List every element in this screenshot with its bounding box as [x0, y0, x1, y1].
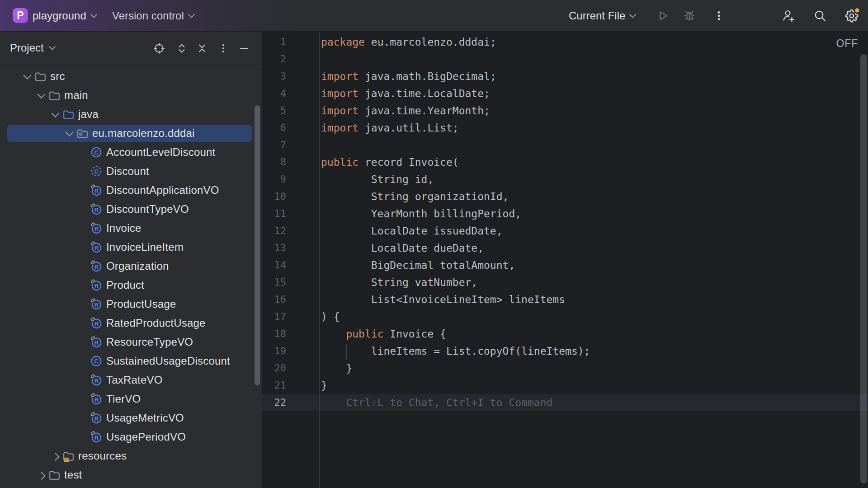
code-line-20[interactable]: }	[321, 360, 590, 377]
tree-item-discount[interactable]: C Discount	[0, 162, 262, 181]
tree-item-product[interactable]: R Product	[0, 276, 262, 295]
chevron-collapsed-icon[interactable]	[36, 469, 47, 480]
line-number-21[interactable]: 21	[262, 377, 286, 394]
tree-item-src[interactable]: src	[0, 67, 262, 86]
tree-item-label: Organization	[106, 260, 169, 272]
run-configuration-selector[interactable]: Current File	[569, 0, 635, 32]
code-line-5[interactable]: import java.time.YearMonth;	[321, 102, 590, 119]
project-view-selector[interactable]: Project	[10, 32, 55, 64]
line-number-5[interactable]: 5	[262, 102, 286, 119]
line-number-17[interactable]: 17	[262, 308, 286, 325]
code-editor[interactable]: 12345678910111213141516171819202122 pack…	[262, 32, 868, 488]
code-line-11[interactable]: YearMonth billingPeriod,	[321, 205, 590, 222]
expand-all-button[interactable]	[175, 41, 189, 56]
select-opened-file-button[interactable]	[152, 41, 166, 56]
line-number-16[interactable]: 16	[262, 291, 286, 308]
code-line-13[interactable]: LocalDate dueDate,	[321, 239, 590, 257]
run-button[interactable]	[655, 8, 671, 24]
tree-item-tiervo[interactable]: R TierVO	[0, 389, 262, 408]
vcs-widget[interactable]: Version control	[112, 0, 194, 32]
tree-item-usagemetricvo[interactable]: R UsageMetricVO	[0, 408, 262, 427]
editor-scrollbar[interactable]	[860, 54, 867, 483]
code-line-4[interactable]: import java.time.LocalDate;	[321, 85, 590, 102]
line-number-13[interactable]: 13	[262, 239, 286, 257]
code-line-8[interactable]: public record Invoice(	[321, 154, 590, 171]
chevron-expanded-icon[interactable]	[22, 71, 33, 82]
line-number-8[interactable]: 8	[262, 154, 286, 171]
code-line-17[interactable]: ) {	[321, 308, 590, 325]
tree-item-eu-marcolenzo-dddai[interactable]: eu.marcolenzo.dddai	[0, 124, 262, 143]
code-line-2[interactable]	[321, 51, 590, 68]
line-number-9[interactable]: 9	[262, 171, 286, 188]
code-with-me-button[interactable]	[780, 8, 797, 24]
code-line-21[interactable]: }	[321, 377, 590, 394]
tree-item-java[interactable]: java	[0, 105, 262, 124]
code-line-12[interactable]: LocalDate issuedDate,	[321, 222, 590, 239]
tree-item-main[interactable]: main	[0, 86, 262, 105]
chevron-expanded-icon[interactable]	[64, 128, 75, 139]
line-number-14[interactable]: 14	[262, 257, 286, 274]
line-number-7[interactable]: 7	[262, 136, 286, 154]
code-line-22[interactable]: Ctrl⇧L to Chat, Ctrl+I to Command	[321, 394, 590, 411]
line-number-18[interactable]: 18	[262, 325, 286, 343]
line-number-6[interactable]: 6	[262, 119, 286, 136]
code-line-15[interactable]: String vatNumber,	[321, 274, 590, 291]
line-number-22[interactable]: 22	[262, 394, 286, 411]
tree-item-invoice[interactable]: R Invoice	[0, 219, 262, 238]
tree-item-resourcetypevo[interactable]: R ResourceTypeVO	[0, 333, 262, 352]
tree-item-discountapplicationvo[interactable]: R DiscountApplicationVO	[0, 181, 262, 200]
line-number-1[interactable]: 1	[262, 33, 286, 51]
tree-item-invoicelineitem[interactable]: R InvoiceLineItem	[0, 238, 262, 257]
toolbar-more-button[interactable]	[711, 8, 727, 24]
code-token	[321, 328, 346, 340]
code-line-9[interactable]: String id,	[321, 171, 590, 188]
ai-status-badge[interactable]: OFF	[836, 38, 858, 50]
search-everywhere-button[interactable]	[812, 8, 828, 24]
line-number-15[interactable]: 15	[262, 274, 286, 291]
tree-item-discounttypevo[interactable]: R DiscountTypeVO	[0, 200, 262, 219]
chevron-expanded-icon[interactable]	[50, 109, 61, 120]
tree-item-usageperiodvo[interactable]: R UsagePeriodVO	[0, 427, 262, 446]
code-line-19[interactable]: lineItems = List.copyOf(lineItems);	[321, 343, 590, 360]
code-line-7[interactable]	[321, 136, 590, 154]
collapse-all-button[interactable]	[195, 41, 209, 56]
line-number-10[interactable]: 10	[262, 188, 286, 205]
tree-item-accountleveldiscount[interactable]: C AccountLevelDiscount	[0, 143, 262, 162]
line-number-3[interactable]: 3	[262, 68, 286, 85]
code-line-14[interactable]: BigDecimal totalAmount,	[321, 257, 590, 274]
tree-item-organization[interactable]: R Organization	[0, 257, 262, 276]
tree-item-label: TierVO	[106, 393, 141, 405]
line-number-2[interactable]: 2	[262, 51, 286, 68]
settings-button[interactable]	[844, 8, 860, 24]
keyword-token: package	[321, 36, 365, 48]
tree-item-resources[interactable]: resources	[0, 446, 262, 465]
code-area[interactable]: package eu.marcolenzo.dddai;import java.…	[321, 33, 590, 411]
tree-item-sustainedusagediscount[interactable]: C SustainedUsageDiscount	[0, 352, 262, 371]
code-line-3[interactable]: import java.math.BigDecimal;	[321, 68, 590, 85]
tree-item-test[interactable]: test	[0, 465, 262, 484]
code-line-18[interactable]: public Invoice {	[321, 325, 590, 343]
project-badge[interactable]: P	[13, 8, 28, 23]
code-line-1[interactable]: package eu.marcolenzo.dddai;	[321, 33, 590, 51]
code-line-16[interactable]: List<InvoiceLineItem> lineItems	[321, 291, 590, 308]
line-number-4[interactable]: 4	[262, 85, 286, 102]
line-number-20[interactable]: 20	[262, 360, 286, 377]
svg-text:C: C	[94, 149, 99, 156]
panel-options-button[interactable]	[216, 41, 231, 56]
line-number-19[interactable]: 19	[262, 343, 286, 360]
line-number-11[interactable]: 11	[262, 205, 286, 222]
tree-item-productusage[interactable]: R ProductUsage	[0, 295, 262, 314]
tree-indent-spacer	[78, 432, 89, 442]
line-number-12[interactable]: 12	[262, 222, 286, 239]
chevron-expanded-icon[interactable]	[36, 90, 47, 101]
tree-item-label: InvoiceLineItem	[106, 241, 184, 253]
project-switcher[interactable]: playground	[33, 0, 96, 32]
tree-item-taxratevo[interactable]: R TaxRateVO	[0, 371, 262, 389]
tree-item-ratedproductusage[interactable]: R RatedProductUsage	[0, 314, 262, 333]
chevron-collapsed-icon[interactable]	[50, 450, 61, 461]
tree-scrollbar[interactable]	[255, 105, 260, 385]
debug-button[interactable]	[681, 8, 698, 24]
code-line-10[interactable]: String organizationId,	[321, 188, 590, 205]
code-line-6[interactable]: import java.util.List;	[321, 119, 590, 136]
hide-panel-button[interactable]	[237, 41, 251, 56]
